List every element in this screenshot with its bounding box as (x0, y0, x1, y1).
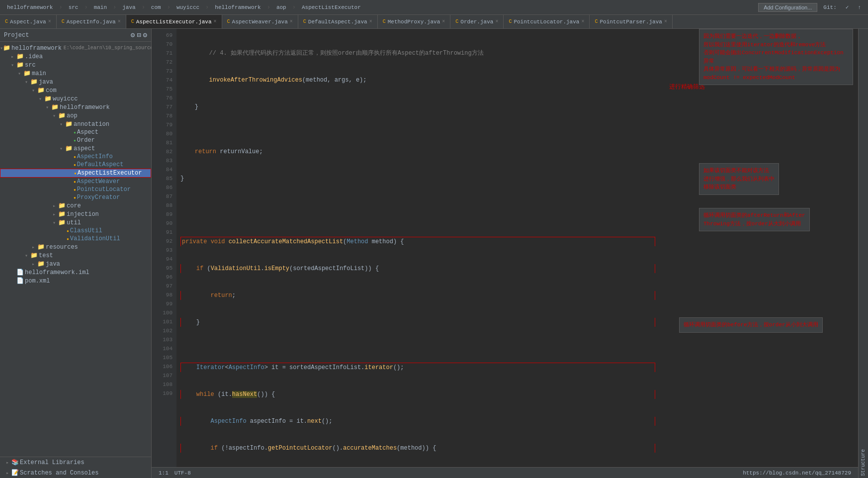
tree-item-aop[interactable]: ▾ 📁 aop (0, 111, 151, 120)
tree-label: java (46, 261, 60, 268)
tab-pointcutlocator[interactable]: C PointcutLocator.java × (504, 15, 590, 28)
tab-close[interactable]: × (442, 19, 445, 24)
tab-close[interactable]: × (581, 19, 584, 24)
tree-item-defaultaspect[interactable]: ● DefaultAspect (0, 161, 151, 169)
top-bar: helloframework › src › main › java › com… (0, 0, 868, 15)
tree-item-wuyiccc[interactable]: ▾ 📁 wuyiccc (0, 95, 151, 103)
tree-label: AspectWeaver (77, 178, 120, 185)
tree-item-resources[interactable]: ▸ 📁 resources (0, 243, 151, 251)
tree-label: core (67, 202, 81, 209)
sidebar-gear-icon[interactable]: ⚙ (143, 31, 147, 39)
tab-close[interactable]: × (214, 19, 217, 24)
tree-item-util[interactable]: ▾ 📁 util (0, 218, 151, 227)
tree-item-src[interactable]: ▾ 📁 src (0, 61, 151, 69)
tree-item-injection[interactable]: ▸ 📁 injection (0, 210, 151, 218)
tab-methodproxy[interactable]: C MethodProxy.java × (378, 15, 451, 28)
code-line-83: if (!aspectInfo.getPointcutLocator().acc… (180, 444, 655, 453)
tab-aspectlistexecutor[interactable]: C AspectListExecutor.java × (126, 15, 222, 28)
status-bar: 1:1 UTF-8 https://blog.csdn.net/qq_27148… (152, 467, 858, 478)
tree-arrow: ▾ (51, 113, 58, 119)
tree-item-java[interactable]: ▾ 📁 java (0, 78, 151, 86)
folder-icon: 📁 (37, 243, 45, 251)
tab-pointcutparser[interactable]: C PointcutParser.java × (590, 15, 672, 28)
tree-arrow: ▾ (58, 146, 65, 152)
tab-close[interactable]: × (118, 19, 121, 24)
code-line-70: invokeAfterThrowingAdvices(method, args,… (180, 76, 655, 85)
tree-item-com[interactable]: ▾ 📁 com (0, 86, 151, 95)
external-libraries-label: External Libraries (20, 459, 85, 466)
sidebar-collapse-icon[interactable]: ⊟ (137, 31, 141, 39)
code-line-73: return returnValue; (180, 147, 655, 156)
tree-item-root[interactable]: ▾ 📁 helloframework E:\code_learn\10_spri… (0, 44, 151, 52)
scratches-item[interactable]: ▸ 📝 Scratches and Consoles (0, 468, 151, 478)
tree-item-pom[interactable]: 📄 pom.xml (0, 277, 151, 285)
tb-helloframework2[interactable]: helloframework (212, 3, 263, 11)
tree-arrow: ▸ (30, 244, 37, 250)
annotation-after-throwing: 循环调用切面类的afterReturn和After Throwing方法，按or… (699, 208, 810, 231)
tree-item-helloframework[interactable]: ▾ 📁 helloframework (0, 103, 151, 111)
tb-aop[interactable]: aop (273, 3, 289, 11)
git-update[interactable]: ↑ (855, 3, 864, 11)
tab-close[interactable]: × (48, 19, 51, 24)
tree-item-aspect-folder[interactable]: ▾ 📁 aspect (0, 144, 151, 153)
tree-item-aspectinfo[interactable]: ● AspectInfo (0, 153, 151, 161)
code-editor[interactable]: 69 70 71 72 73 74 75 76 77 78 79 80 81 8… (152, 29, 858, 467)
tree-item-validationutil[interactable]: ● ValidationUtil (0, 235, 151, 243)
tree-item-annotation[interactable]: ▾ 📁 annotation (0, 120, 151, 128)
tb-helloframework[interactable]: helloframework (4, 3, 56, 11)
code-content: 69 70 71 72 73 74 75 76 77 78 79 80 81 8… (152, 29, 858, 467)
tree-item-iml[interactable]: 📄 helloframework.iml (0, 268, 151, 277)
java-icon: C (383, 19, 386, 24)
java-icon: C (62, 19, 65, 24)
code-line-82: AspectInfo aspectInfo = it.next(); (180, 417, 655, 426)
tree-item-classutil[interactable]: ● ClassUtil (0, 227, 151, 235)
tree-item-order-class[interactable]: ● Order (0, 136, 151, 144)
tb-aspectlistexecutor[interactable]: AspectListExecutor (299, 3, 364, 11)
tab-close[interactable]: × (495, 19, 498, 24)
tree-item-aspectweaver[interactable]: ● AspectWeaver (0, 178, 151, 186)
tree-item-proxycreator[interactable]: ● ProxyCreator (0, 193, 151, 201)
tab-aspect[interactable]: C Aspect.java × (0, 15, 57, 28)
file-icon: 📄 (16, 269, 24, 276)
tree-item-pointcutlocator[interactable]: ● PointcutLocator (0, 186, 151, 193)
java-icon: C (227, 19, 230, 24)
folder-icon: 📁 (16, 61, 24, 69)
structure-tab[interactable]: Structure (861, 449, 866, 476)
orange-dot-icon: ● (74, 163, 76, 167)
tb-src[interactable]: src (66, 3, 82, 11)
tree-item-test[interactable]: ▾ 📁 test (0, 251, 151, 260)
tree-item-aspectlistexecutor[interactable]: ● AspectListExecutor (0, 169, 151, 178)
tab-label: AspectInfo.java (67, 19, 116, 25)
add-config-button[interactable]: Add Configuration... (758, 3, 817, 12)
orange-dot-icon: ● (74, 180, 76, 184)
tree-arrow: ▾ (51, 220, 58, 226)
code-line-74: } (180, 174, 655, 183)
tab-aspectinfo[interactable]: C AspectInfo.java × (57, 15, 126, 28)
sidebar-settings-icon[interactable]: ⚙ (131, 31, 135, 39)
tree-label: util (67, 219, 81, 226)
right-edge: Structure (858, 29, 868, 478)
tb-java[interactable]: java (119, 3, 138, 11)
tb-com[interactable]: com (148, 3, 164, 11)
tb-main[interactable]: main (91, 3, 110, 11)
tree-arrow: ▸ (9, 54, 16, 60)
tree-label: main (32, 70, 46, 77)
tree-item-aspect-class[interactable]: ● Aspect (0, 128, 151, 136)
tab-close[interactable]: × (290, 19, 293, 24)
git-check[interactable]: ✓ (843, 3, 852, 11)
java-icon: C (509, 19, 512, 24)
tree-item-test-java[interactable]: ▸ 📁 java (0, 260, 151, 268)
tab-order[interactable]: C Order.java × (450, 15, 504, 28)
external-libraries-item[interactable]: ▸ 📚 External Libraries (0, 457, 151, 468)
tb-wuyiccc[interactable]: wuyiccc (174, 3, 202, 11)
tree-arrow: ▾ (44, 104, 51, 110)
tab-defaultaspect[interactable]: C DefaultAspect.java × (298, 15, 378, 28)
tab-close[interactable]: × (664, 19, 667, 24)
orange-dot-icon: ● (67, 237, 69, 241)
tab-close[interactable]: × (369, 19, 372, 24)
tree-item-idea[interactable]: ▸ 📁 .idea (0, 52, 151, 61)
tree-item-core[interactable]: ▸ 📁 core (0, 201, 151, 210)
tree-label: DefaultAspect (77, 161, 124, 168)
tree-item-main[interactable]: ▾ 📁 main (0, 69, 151, 78)
tab-aspectweaver[interactable]: C AspectWeaver.java × (222, 15, 298, 28)
